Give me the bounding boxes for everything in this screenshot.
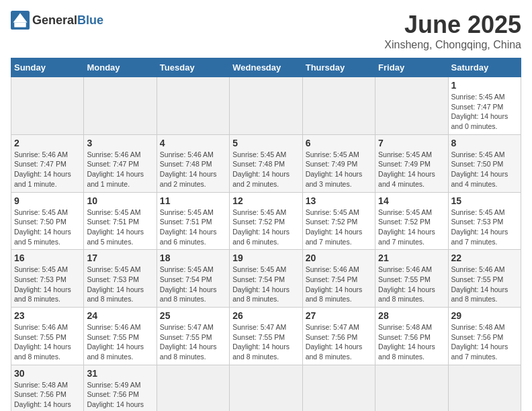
day-of-week-header: Friday bbox=[375, 58, 448, 77]
day-detail: Sunrise: 5:45 AMSunset: 7:52 PMDaylight:… bbox=[378, 208, 445, 247]
day-number: 20 bbox=[306, 253, 372, 263]
day-detail: Sunrise: 5:45 AMSunset: 7:50 PMDaylight:… bbox=[14, 208, 81, 247]
calendar-cell: 28Sunrise: 5:48 AMSunset: 7:56 PMDayligh… bbox=[375, 308, 448, 365]
day-number: 30 bbox=[14, 368, 81, 379]
calendar-cell: 20Sunrise: 5:46 AMSunset: 7:54 PMDayligh… bbox=[302, 250, 375, 308]
day-number: 25 bbox=[160, 310, 226, 321]
calendar-cell bbox=[448, 365, 521, 411]
calendar-week-row: 9Sunrise: 5:45 AMSunset: 7:50 PMDaylight… bbox=[11, 192, 521, 250]
day-of-week-header: Wednesday bbox=[230, 58, 302, 77]
day-number: 16 bbox=[14, 253, 81, 263]
day-detail: Sunrise: 5:46 AMSunset: 7:48 PMDaylight:… bbox=[160, 150, 226, 189]
day-detail: Sunrise: 5:46 AMSunset: 7:55 PMDaylight:… bbox=[87, 322, 153, 362]
day-detail: Sunrise: 5:46 AMSunset: 7:47 PMDaylight:… bbox=[14, 150, 81, 189]
day-number: 13 bbox=[306, 195, 372, 206]
logo-text: GeneralBlue bbox=[32, 13, 103, 28]
day-number: 9 bbox=[14, 195, 81, 206]
day-number: 28 bbox=[378, 310, 445, 321]
day-number: 5 bbox=[232, 138, 299, 148]
calendar-week-row: 30Sunrise: 5:48 AMSunset: 7:56 PMDayligh… bbox=[11, 365, 521, 411]
day-detail: Sunrise: 5:45 AMSunset: 7:47 PMDaylight:… bbox=[451, 92, 518, 132]
day-detail: Sunrise: 5:45 AMSunset: 7:54 PMDaylight:… bbox=[160, 265, 226, 304]
calendar-cell: 3Sunrise: 5:46 AMSunset: 7:47 PMDaylight… bbox=[84, 134, 157, 192]
day-number: 12 bbox=[232, 195, 299, 206]
day-detail: Sunrise: 5:46 AMSunset: 7:55 PMDaylight:… bbox=[14, 322, 81, 362]
calendar-cell: 13Sunrise: 5:45 AMSunset: 7:52 PMDayligh… bbox=[302, 192, 375, 250]
day-number: 23 bbox=[14, 310, 81, 321]
calendar-week-row: 1Sunrise: 5:45 AMSunset: 7:47 PMDaylight… bbox=[11, 77, 521, 135]
calendar-cell bbox=[302, 77, 375, 135]
day-number: 24 bbox=[87, 310, 153, 321]
day-detail: Sunrise: 5:48 AMSunset: 7:56 PMDaylight:… bbox=[451, 322, 518, 362]
day-detail: Sunrise: 5:45 AMSunset: 7:50 PMDaylight:… bbox=[451, 150, 518, 189]
calendar-cell bbox=[157, 365, 229, 411]
day-detail: Sunrise: 5:45 AMSunset: 7:49 PMDaylight:… bbox=[378, 150, 445, 189]
month-year-title: June 2025 bbox=[384, 11, 521, 39]
calendar-cell: 29Sunrise: 5:48 AMSunset: 7:56 PMDayligh… bbox=[448, 308, 521, 365]
calendar-cell bbox=[11, 77, 84, 135]
calendar-cell: 4Sunrise: 5:46 AMSunset: 7:48 PMDaylight… bbox=[157, 134, 229, 192]
day-number: 2 bbox=[14, 138, 81, 148]
day-of-week-header: Monday bbox=[84, 58, 157, 77]
logo: GeneralBlue bbox=[11, 11, 103, 30]
calendar-cell: 6Sunrise: 5:45 AMSunset: 7:49 PMDaylight… bbox=[302, 134, 375, 192]
calendar-week-row: 23Sunrise: 5:46 AMSunset: 7:55 PMDayligh… bbox=[11, 308, 521, 365]
calendar-cell bbox=[84, 77, 157, 135]
day-number: 7 bbox=[378, 138, 445, 148]
calendar-cell: 5Sunrise: 5:45 AMSunset: 7:48 PMDaylight… bbox=[230, 134, 302, 192]
day-of-week-header: Saturday bbox=[448, 58, 521, 77]
day-number: 18 bbox=[160, 253, 226, 263]
calendar-week-row: 16Sunrise: 5:45 AMSunset: 7:53 PMDayligh… bbox=[11, 250, 521, 308]
calendar-cell: 1Sunrise: 5:45 AMSunset: 7:47 PMDaylight… bbox=[448, 77, 521, 135]
day-detail: Sunrise: 5:48 AMSunset: 7:56 PMDaylight:… bbox=[378, 322, 445, 362]
day-number: 14 bbox=[378, 195, 445, 206]
location-subtitle: Xinsheng, Chongqing, China bbox=[384, 39, 521, 51]
day-number: 22 bbox=[451, 253, 518, 263]
calendar-cell: 23Sunrise: 5:46 AMSunset: 7:55 PMDayligh… bbox=[11, 308, 84, 365]
day-number: 3 bbox=[87, 138, 153, 148]
day-detail: Sunrise: 5:45 AMSunset: 7:54 PMDaylight:… bbox=[232, 265, 299, 304]
day-number: 29 bbox=[451, 310, 518, 321]
calendar-cell: 30Sunrise: 5:48 AMSunset: 7:56 PMDayligh… bbox=[11, 365, 84, 411]
day-detail: Sunrise: 5:45 AMSunset: 7:52 PMDaylight:… bbox=[232, 208, 299, 247]
day-of-week-header: Thursday bbox=[302, 58, 375, 77]
day-number: 10 bbox=[87, 195, 153, 206]
calendar-cell bbox=[230, 365, 302, 411]
calendar-cell bbox=[230, 77, 302, 135]
day-detail: Sunrise: 5:47 AMSunset: 7:55 PMDaylight:… bbox=[232, 322, 299, 362]
day-of-week-header: Sunday bbox=[11, 58, 84, 77]
day-number: 11 bbox=[160, 195, 226, 206]
calendar-cell: 12Sunrise: 5:45 AMSunset: 7:52 PMDayligh… bbox=[230, 192, 302, 250]
calendar-cell: 24Sunrise: 5:46 AMSunset: 7:55 PMDayligh… bbox=[84, 308, 157, 365]
day-detail: Sunrise: 5:48 AMSunset: 7:56 PMDaylight:… bbox=[14, 380, 81, 411]
day-detail: Sunrise: 5:46 AMSunset: 7:54 PMDaylight:… bbox=[306, 265, 372, 304]
calendar-table: SundayMondayTuesdayWednesdayThursdayFrid… bbox=[11, 58, 521, 411]
day-number: 19 bbox=[232, 253, 299, 263]
calendar-cell: 10Sunrise: 5:45 AMSunset: 7:51 PMDayligh… bbox=[84, 192, 157, 250]
day-number: 26 bbox=[232, 310, 299, 321]
calendar-cell: 7Sunrise: 5:45 AMSunset: 7:49 PMDaylight… bbox=[375, 134, 448, 192]
calendar-cell: 21Sunrise: 5:46 AMSunset: 7:55 PMDayligh… bbox=[375, 250, 448, 308]
day-detail: Sunrise: 5:49 AMSunset: 7:56 PMDaylight:… bbox=[87, 380, 153, 411]
calendar-cell: 16Sunrise: 5:45 AMSunset: 7:53 PMDayligh… bbox=[11, 250, 84, 308]
day-detail: Sunrise: 5:47 AMSunset: 7:55 PMDaylight:… bbox=[160, 322, 226, 362]
calendar-cell: 15Sunrise: 5:45 AMSunset: 7:53 PMDayligh… bbox=[448, 192, 521, 250]
day-number: 27 bbox=[306, 310, 372, 321]
day-detail: Sunrise: 5:45 AMSunset: 7:52 PMDaylight:… bbox=[306, 208, 372, 247]
day-detail: Sunrise: 5:45 AMSunset: 7:53 PMDaylight:… bbox=[14, 265, 81, 304]
calendar-cell bbox=[375, 77, 448, 135]
calendar-week-row: 2Sunrise: 5:46 AMSunset: 7:47 PMDaylight… bbox=[11, 134, 521, 192]
calendar-cell: 25Sunrise: 5:47 AMSunset: 7:55 PMDayligh… bbox=[157, 308, 229, 365]
day-detail: Sunrise: 5:45 AMSunset: 7:53 PMDaylight:… bbox=[451, 208, 518, 247]
calendar-cell: 19Sunrise: 5:45 AMSunset: 7:54 PMDayligh… bbox=[230, 250, 302, 308]
day-number: 6 bbox=[306, 138, 372, 148]
page-header: GeneralBlue June 2025 Xinsheng, Chongqin… bbox=[11, 11, 521, 51]
day-number: 17 bbox=[87, 253, 153, 263]
calendar-cell: 17Sunrise: 5:45 AMSunset: 7:53 PMDayligh… bbox=[84, 250, 157, 308]
calendar-cell: 31Sunrise: 5:49 AMSunset: 7:56 PMDayligh… bbox=[84, 365, 157, 411]
day-number: 4 bbox=[160, 138, 226, 148]
calendar-cell bbox=[302, 365, 375, 411]
calendar-cell bbox=[157, 77, 229, 135]
calendar-header-row: SundayMondayTuesdayWednesdayThursdayFrid… bbox=[11, 58, 521, 77]
calendar-cell: 22Sunrise: 5:46 AMSunset: 7:55 PMDayligh… bbox=[448, 250, 521, 308]
